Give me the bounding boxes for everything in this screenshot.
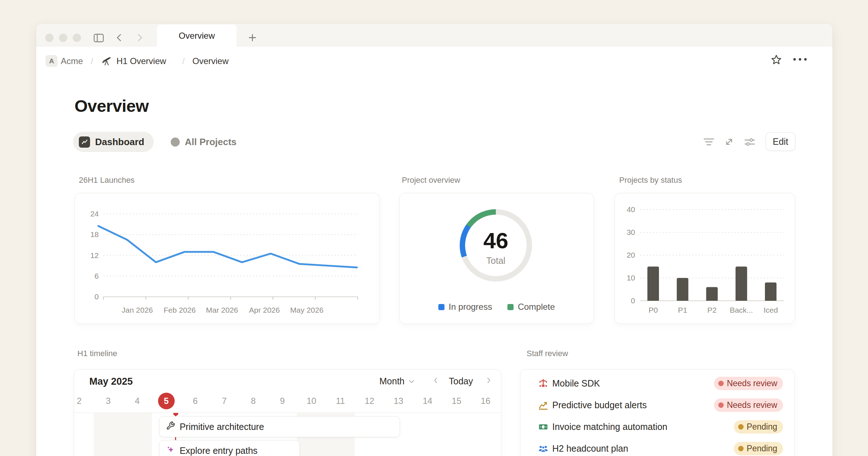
timeline-date[interactable]: 14 — [419, 393, 436, 409]
svg-text:P1: P1 — [678, 306, 687, 314]
dashboard-chart-icon — [79, 136, 90, 148]
timeline-date[interactable]: 8 — [245, 393, 262, 409]
donut-total-label: Total — [460, 256, 532, 266]
status-dot — [738, 424, 744, 430]
launches-line-chart: 24181260Jan 2026Feb 2026Mar 2026Apr 2026… — [75, 193, 380, 324]
timeline-event[interactable]: Explore entry paths — [159, 440, 300, 456]
status-dot — [738, 446, 744, 451]
timeline-date[interactable]: 15 — [448, 393, 465, 409]
staff-review-row[interactable]: Predictive budget alertsNeeds review — [520, 394, 794, 416]
status-label: Pending — [747, 444, 777, 453]
breadcrumb-current-page[interactable]: Overview — [192, 55, 229, 67]
line-chart-card[interactable]: 24181260Jan 2026Feb 2026Mar 2026Apr 2026… — [75, 193, 380, 324]
status-badge[interactable]: Pending — [734, 420, 783, 434]
traffic-light-minimize[interactable] — [59, 34, 67, 42]
tab-overview[interactable]: Overview — [157, 25, 237, 47]
section-title-staff-review: Staff review — [527, 349, 568, 358]
timeline-today-button[interactable]: Today — [449, 376, 473, 387]
staff-review-row[interactable]: Invoice matching automationPending — [520, 416, 794, 438]
status-bar-chart: 403020100P0P1P2Back...Iced — [615, 193, 795, 324]
donut-legend: In progressComplete — [400, 302, 593, 312]
timeline-date[interactable]: 9 — [274, 393, 291, 409]
section-title-project-overview: Project overview — [402, 176, 460, 185]
svg-text:12: 12 — [90, 251, 99, 259]
svg-text:P0: P0 — [648, 306, 658, 314]
expand-icon[interactable] — [723, 136, 735, 148]
traffic-light-close[interactable] — [45, 34, 54, 42]
forward-icon[interactable] — [134, 32, 145, 43]
telescope-icon — [101, 55, 113, 67]
legend-swatch — [507, 304, 514, 310]
new-tab-icon[interactable] — [247, 32, 258, 43]
donut-chart-card[interactable]: 46 Total In progressComplete — [399, 193, 594, 324]
tab-all-projects[interactable]: All Projects — [167, 132, 240, 152]
donut-total-value: 46 — [460, 228, 532, 253]
back-icon[interactable] — [114, 32, 125, 43]
svg-text:Iced: Iced — [763, 306, 778, 314]
legend-item[interactable]: In progress — [438, 302, 492, 312]
status-badge[interactable]: Needs review — [714, 398, 783, 412]
timeline-event-title: Primitive architecture — [180, 422, 264, 432]
staff-review-card[interactable]: Mobile SDKNeeds reviewPredictive budget … — [520, 369, 795, 456]
svg-text:May 2026: May 2026 — [290, 306, 323, 314]
chevron-down-icon — [407, 377, 416, 386]
timeline-event[interactable]: Primitive architecture — [159, 416, 400, 437]
staff-item-title: Predictive budget alerts — [552, 400, 647, 410]
timeline-date[interactable]: 12 — [361, 393, 378, 409]
timeline-view-selector[interactable]: Month — [379, 376, 416, 387]
favorite-star-icon[interactable] — [770, 53, 783, 66]
weekend-shading — [94, 413, 152, 456]
timeline-date[interactable]: 7 — [216, 393, 233, 409]
timeline-event-title: Explore entry paths — [180, 446, 258, 456]
timeline-card[interactable]: May 2025 Month Today 2345678910111213141… — [74, 369, 501, 456]
timeline-date[interactable]: 10 — [303, 393, 320, 409]
legend-item[interactable]: Complete — [507, 302, 555, 312]
today-dot — [173, 413, 178, 416]
status-badge[interactable]: Pending — [734, 442, 783, 455]
status-dot — [718, 402, 724, 408]
breadcrumb-workspace[interactable]: Acme — [61, 55, 83, 67]
timeline-date-row: 2345678910111213141516 — [74, 393, 501, 409]
timeline-date[interactable]: 11 — [332, 393, 349, 409]
svg-text:6: 6 — [94, 272, 99, 280]
timeline-date[interactable]: 6 — [187, 393, 204, 409]
settings-sliders-icon[interactable] — [744, 137, 756, 147]
edit-button[interactable]: Edit — [766, 132, 795, 151]
status-label: Pending — [747, 422, 777, 432]
svg-text:Jan 2026: Jan 2026 — [122, 306, 153, 314]
breadcrumb-parent-page[interactable]: H1 Overview — [116, 55, 166, 67]
timeline-date[interactable]: 3 — [100, 393, 116, 409]
svg-text:30: 30 — [627, 228, 635, 236]
workspace-badge[interactable]: A — [46, 55, 58, 67]
traffic-light-zoom[interactable] — [73, 34, 81, 42]
timeline-date[interactable]: 2 — [74, 393, 88, 409]
timeline-prev-icon[interactable] — [432, 376, 440, 385]
svg-text:0: 0 — [94, 292, 99, 301]
bar-chart-card[interactable]: 403020100P0P1P2Back...Iced — [614, 193, 795, 324]
timeline-date[interactable]: 13 — [390, 393, 407, 409]
staff-review-row[interactable]: H2 headcount planPending — [520, 438, 794, 456]
svg-text:18: 18 — [90, 230, 99, 238]
timeline-next-icon[interactable] — [485, 376, 493, 385]
timeline-date[interactable]: 16 — [477, 393, 494, 409]
svg-text:Back...: Back... — [730, 306, 753, 314]
more-options-icon[interactable] — [792, 54, 808, 64]
svg-text:24: 24 — [90, 210, 99, 218]
timeline-date-today[interactable]: 5 — [158, 393, 175, 409]
svg-text:0: 0 — [631, 296, 635, 305]
filter-icon[interactable] — [703, 137, 715, 147]
page-title: Overview — [75, 96, 149, 116]
status-badge[interactable]: Needs review — [714, 377, 783, 390]
staff-review-row[interactable]: Mobile SDKNeeds review — [520, 372, 794, 394]
timeline-date[interactable]: 4 — [129, 393, 146, 409]
chart-increasing-icon — [538, 400, 548, 410]
breadcrumb-separator: / — [91, 55, 93, 67]
status-dot — [718, 381, 724, 386]
svg-text:Apr 2026: Apr 2026 — [249, 306, 280, 314]
breadcrumb-separator-2: / — [182, 55, 185, 67]
sidebar-toggle-icon[interactable] — [93, 32, 105, 44]
tab-dashboard[interactable]: Dashboard — [73, 132, 154, 152]
section-title-launches: 26H1 Launches — [79, 176, 135, 185]
staff-item-title: Invoice matching automation — [552, 422, 667, 432]
tab-overview-label: Overview — [179, 31, 215, 41]
